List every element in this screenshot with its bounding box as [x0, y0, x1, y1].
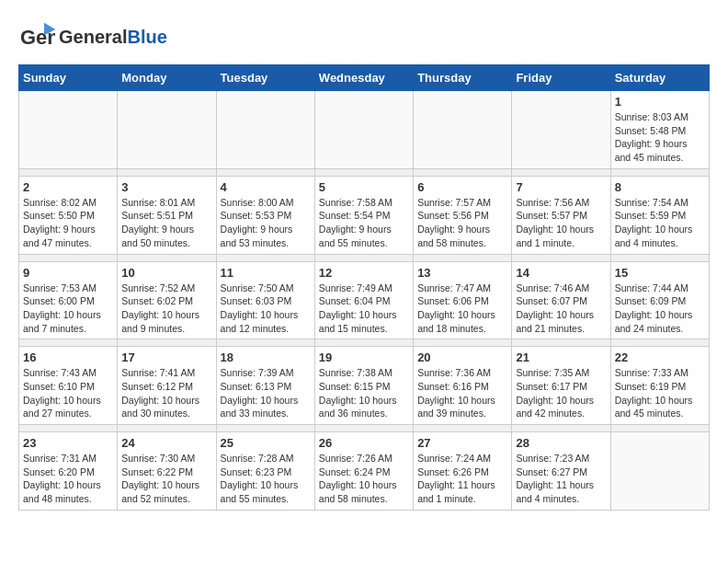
- day-number: 24: [121, 436, 211, 450]
- day-info: Sunrise: 8:03 AM Sunset: 5:48 PM Dayligh…: [615, 110, 705, 165]
- calendar-week-row: 9Sunrise: 7:53 AM Sunset: 6:00 PM Daylig…: [19, 261, 710, 339]
- week-separator: [19, 425, 710, 432]
- day-number: 12: [319, 266, 409, 280]
- day-info: Sunrise: 7:36 AM Sunset: 6:16 PM Dayligh…: [417, 366, 507, 420]
- day-number: 22: [615, 350, 705, 364]
- week-separator: [19, 339, 710, 347]
- calendar-cell: 8Sunrise: 7:54 AM Sunset: 5:59 PM Daylig…: [610, 176, 709, 254]
- day-number: 4: [221, 180, 311, 194]
- day-number: 19: [319, 350, 409, 364]
- calendar-cell: [118, 91, 216, 169]
- day-number: 16: [23, 350, 113, 364]
- day-info: Sunrise: 7:49 AM Sunset: 6:04 PM Dayligh…: [319, 282, 409, 336]
- calendar-cell: 9Sunrise: 7:53 AM Sunset: 6:00 PM Daylig…: [19, 261, 118, 339]
- day-info: Sunrise: 7:38 AM Sunset: 6:15 PM Dayligh…: [319, 366, 409, 420]
- calendar-cell: 6Sunrise: 7:57 AM Sunset: 5:56 PM Daylig…: [414, 176, 512, 254]
- day-info: Sunrise: 7:26 AM Sunset: 6:24 PM Dayligh…: [319, 452, 409, 506]
- calendar-cell: 20Sunrise: 7:36 AM Sunset: 6:16 PM Dayli…: [414, 347, 512, 425]
- calendar-cell: 18Sunrise: 7:39 AM Sunset: 6:13 PM Dayli…: [216, 347, 314, 425]
- day-number: 23: [23, 436, 113, 450]
- calendar-cell: 2Sunrise: 8:02 AM Sunset: 5:50 PM Daylig…: [19, 176, 118, 254]
- day-info: Sunrise: 7:31 AM Sunset: 6:20 PM Dayligh…: [23, 452, 113, 506]
- day-info: Sunrise: 7:57 AM Sunset: 5:56 PM Dayligh…: [417, 196, 507, 250]
- day-info: Sunrise: 7:47 AM Sunset: 6:06 PM Dayligh…: [417, 282, 507, 336]
- week-separator: [19, 168, 710, 176]
- weekday-header-tuesday: Tuesday: [216, 65, 314, 91]
- day-number: 1: [615, 95, 705, 109]
- calendar-cell: 15Sunrise: 7:44 AM Sunset: 6:09 PM Dayli…: [610, 261, 709, 339]
- day-info: Sunrise: 7:54 AM Sunset: 5:59 PM Dayligh…: [615, 196, 705, 250]
- day-number: 25: [221, 436, 311, 450]
- day-number: 14: [516, 266, 606, 280]
- calendar-cell: 16Sunrise: 7:43 AM Sunset: 6:10 PM Dayli…: [19, 347, 118, 425]
- day-info: Sunrise: 7:44 AM Sunset: 6:09 PM Dayligh…: [615, 282, 705, 336]
- day-info: Sunrise: 7:33 AM Sunset: 6:19 PM Dayligh…: [615, 366, 705, 420]
- day-info: Sunrise: 7:53 AM Sunset: 6:00 PM Dayligh…: [23, 282, 113, 336]
- calendar-cell: 23Sunrise: 7:31 AM Sunset: 6:20 PM Dayli…: [19, 432, 118, 511]
- calendar-cell: [512, 91, 610, 169]
- calendar-cell: 26Sunrise: 7:26 AM Sunset: 6:24 PM Dayli…: [314, 432, 413, 511]
- calendar-cell: 4Sunrise: 8:00 AM Sunset: 5:53 PM Daylig…: [216, 176, 314, 254]
- weekday-header-monday: Monday: [118, 65, 216, 91]
- day-number: 9: [23, 266, 113, 280]
- day-number: 15: [615, 266, 705, 280]
- day-info: Sunrise: 7:30 AM Sunset: 6:22 PM Dayligh…: [121, 452, 211, 506]
- weekday-header-friday: Friday: [512, 65, 610, 91]
- day-info: Sunrise: 7:52 AM Sunset: 6:02 PM Dayligh…: [121, 282, 211, 336]
- calendar-table: SundayMondayTuesdayWednesdayThursdayFrid…: [18, 64, 710, 511]
- day-info: Sunrise: 8:01 AM Sunset: 5:51 PM Dayligh…: [121, 196, 211, 250]
- calendar-cell: [216, 91, 314, 169]
- day-number: 7: [516, 180, 606, 194]
- calendar-cell: 3Sunrise: 8:01 AM Sunset: 5:51 PM Daylig…: [118, 176, 216, 254]
- day-info: Sunrise: 7:39 AM Sunset: 6:13 PM Dayligh…: [221, 366, 311, 420]
- day-number: 11: [221, 266, 311, 280]
- calendar-cell: [610, 432, 709, 511]
- calendar-week-row: 1Sunrise: 8:03 AM Sunset: 5:48 PM Daylig…: [19, 91, 710, 169]
- calendar-cell: [314, 91, 413, 169]
- day-info: Sunrise: 7:50 AM Sunset: 6:03 PM Dayligh…: [221, 282, 311, 336]
- logo-icon: Gen: [18, 18, 55, 55]
- calendar-cell: 14Sunrise: 7:46 AM Sunset: 6:07 PM Dayli…: [512, 261, 610, 339]
- day-info: Sunrise: 7:35 AM Sunset: 6:17 PM Dayligh…: [516, 366, 606, 420]
- calendar-cell: 22Sunrise: 7:33 AM Sunset: 6:19 PM Dayli…: [610, 347, 709, 425]
- calendar-cell: 17Sunrise: 7:41 AM Sunset: 6:12 PM Dayli…: [118, 347, 216, 425]
- day-info: Sunrise: 8:02 AM Sunset: 5:50 PM Dayligh…: [23, 196, 113, 250]
- day-number: 20: [417, 350, 507, 364]
- calendar-week-row: 16Sunrise: 7:43 AM Sunset: 6:10 PM Dayli…: [19, 347, 710, 425]
- calendar-cell: 5Sunrise: 7:58 AM Sunset: 5:54 PM Daylig…: [314, 176, 413, 254]
- weekday-header-row: SundayMondayTuesdayWednesdayThursdayFrid…: [19, 65, 710, 91]
- day-number: 13: [417, 266, 507, 280]
- calendar-cell: 10Sunrise: 7:52 AM Sunset: 6:02 PM Dayli…: [118, 261, 216, 339]
- day-number: 17: [121, 350, 211, 364]
- calendar-cell: 25Sunrise: 7:28 AM Sunset: 6:23 PM Dayli…: [216, 432, 314, 511]
- calendar-week-row: 23Sunrise: 7:31 AM Sunset: 6:20 PM Dayli…: [19, 432, 710, 511]
- calendar-cell: 24Sunrise: 7:30 AM Sunset: 6:22 PM Dayli…: [118, 432, 216, 511]
- logo-general-text: General: [59, 27, 127, 47]
- day-number: 18: [221, 350, 311, 364]
- weekday-header-saturday: Saturday: [610, 65, 709, 91]
- day-number: 21: [516, 350, 606, 364]
- logo: Gen GeneralBlue: [18, 18, 167, 55]
- day-info: Sunrise: 7:43 AM Sunset: 6:10 PM Dayligh…: [23, 366, 113, 420]
- calendar-cell: 28Sunrise: 7:23 AM Sunset: 6:27 PM Dayli…: [512, 432, 610, 511]
- day-number: 3: [121, 180, 211, 194]
- day-number: 2: [23, 180, 113, 194]
- day-info: Sunrise: 7:58 AM Sunset: 5:54 PM Dayligh…: [319, 196, 409, 250]
- calendar-cell: [414, 91, 512, 169]
- page-header: Gen GeneralBlue: [18, 18, 710, 55]
- calendar-cell: [19, 91, 118, 169]
- calendar-cell: 21Sunrise: 7:35 AM Sunset: 6:17 PM Dayli…: [512, 347, 610, 425]
- weekday-header-thursday: Thursday: [414, 65, 512, 91]
- day-number: 8: [615, 180, 705, 194]
- day-info: Sunrise: 8:00 AM Sunset: 5:53 PM Dayligh…: [221, 196, 311, 250]
- calendar-cell: 13Sunrise: 7:47 AM Sunset: 6:06 PM Dayli…: [414, 261, 512, 339]
- calendar-cell: 1Sunrise: 8:03 AM Sunset: 5:48 PM Daylig…: [610, 91, 709, 169]
- calendar-cell: 19Sunrise: 7:38 AM Sunset: 6:15 PM Dayli…: [314, 347, 413, 425]
- calendar-cell: 27Sunrise: 7:24 AM Sunset: 6:26 PM Dayli…: [414, 432, 512, 511]
- calendar-cell: 11Sunrise: 7:50 AM Sunset: 6:03 PM Dayli…: [216, 261, 314, 339]
- day-number: 28: [516, 436, 606, 450]
- week-separator: [19, 254, 710, 261]
- day-number: 27: [417, 436, 507, 450]
- weekday-header-wednesday: Wednesday: [314, 65, 413, 91]
- day-info: Sunrise: 7:56 AM Sunset: 5:57 PM Dayligh…: [516, 196, 606, 250]
